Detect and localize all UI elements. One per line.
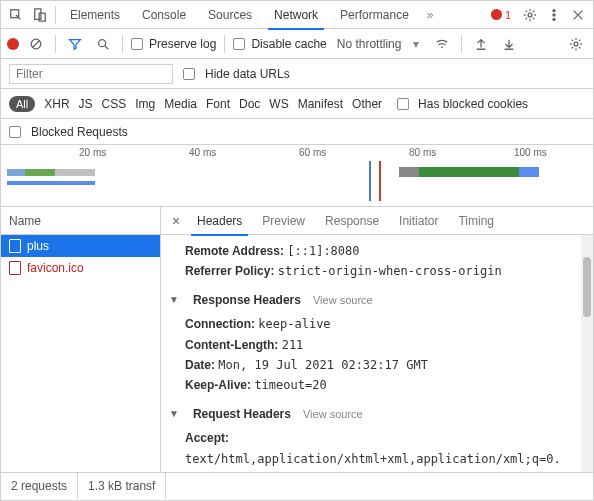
- blocked-cookies-checkbox[interactable]: [397, 98, 409, 110]
- type-other[interactable]: Other: [352, 97, 382, 111]
- marker-line: [379, 161, 381, 201]
- disable-cache-checkbox[interactable]: [233, 38, 245, 50]
- type-font[interactable]: Font: [206, 97, 230, 111]
- timeline-bar: [7, 169, 25, 176]
- divider: [122, 35, 123, 53]
- details-pane: × Headers Preview Response Initiator Tim…: [161, 207, 593, 472]
- tab-console[interactable]: Console: [132, 1, 196, 29]
- hdr-connection: Connection: keep-alive: [185, 314, 579, 334]
- request-headers-section[interactable]: ▼Request HeadersView source: [169, 404, 579, 424]
- status-transferred: 1.3 kB transf: [78, 473, 166, 498]
- file-icon: [9, 239, 21, 253]
- timeline-overview[interactable]: 20 ms 40 ms 60 ms 80 ms 100 ms: [1, 145, 593, 207]
- close-details-icon[interactable]: ×: [165, 213, 187, 229]
- device-toggle-icon[interactable]: [29, 4, 51, 26]
- svg-point-4: [553, 9, 555, 11]
- tab-sources[interactable]: Sources: [198, 1, 262, 29]
- preserve-log-checkbox[interactable]: [131, 38, 143, 50]
- timeline-bar: [7, 181, 95, 185]
- referrer-policy: Referrer Policy: strict-origin-when-cros…: [185, 261, 579, 281]
- type-img[interactable]: Img: [135, 97, 155, 111]
- more-tabs-icon[interactable]: »: [421, 8, 440, 22]
- throttling-chevron-icon[interactable]: ▾: [407, 37, 425, 51]
- type-media[interactable]: Media: [164, 97, 197, 111]
- clear-icon[interactable]: [25, 33, 47, 55]
- hide-data-urls-checkbox[interactable]: [183, 68, 195, 80]
- request-name: favicon.ico: [27, 261, 84, 275]
- network-toolbar: Preserve log Disable cache No throttling…: [1, 29, 593, 59]
- upload-icon[interactable]: [470, 33, 492, 55]
- split-pane: Name plus favicon.ico × Headers Preview …: [1, 207, 593, 472]
- blocked-requests-label: Blocked Requests: [31, 125, 128, 139]
- kebab-menu-icon[interactable]: [543, 4, 565, 26]
- tab-elements[interactable]: Elements: [60, 1, 130, 29]
- hdr-date: Date: Mon, 19 Jul 2021 02:32:17 GMT: [185, 355, 579, 375]
- details-tabs: × Headers Preview Response Initiator Tim…: [161, 207, 593, 235]
- wifi-icon[interactable]: [431, 33, 453, 55]
- svg-point-5: [553, 13, 555, 15]
- divider: [461, 35, 462, 53]
- filter-icon[interactable]: [64, 33, 86, 55]
- blocked-requests-row: Blocked Requests: [1, 119, 593, 145]
- filter-row: Hide data URLs: [1, 59, 593, 89]
- tab-timing[interactable]: Timing: [448, 207, 504, 235]
- type-all[interactable]: All: [9, 96, 35, 112]
- close-icon[interactable]: [567, 4, 589, 26]
- tab-network[interactable]: Network: [264, 1, 328, 29]
- settings-gear-icon[interactable]: [519, 4, 541, 26]
- inspect-icon[interactable]: [5, 4, 27, 26]
- tick-4: 80 ms: [409, 147, 436, 158]
- error-badge[interactable]: 1: [491, 9, 511, 21]
- headers-content: Remote Address: [::1]:8080 Referrer Poli…: [161, 235, 593, 472]
- type-doc[interactable]: Doc: [239, 97, 260, 111]
- hdr-content-length: Content-Length: 211: [185, 335, 579, 355]
- blocked-cookies-label: Has blocked cookies: [418, 97, 528, 111]
- file-icon: [9, 261, 21, 275]
- svg-point-9: [574, 42, 578, 46]
- tick-3: 60 ms: [299, 147, 326, 158]
- tick-1: 20 ms: [79, 147, 106, 158]
- caret-down-icon: ▼: [169, 291, 179, 308]
- timeline-bar: [55, 169, 95, 176]
- tab-initiator[interactable]: Initiator: [389, 207, 448, 235]
- svg-point-8: [99, 39, 106, 46]
- timeline-bar: [25, 169, 55, 176]
- filter-input[interactable]: [9, 64, 173, 84]
- response-headers-section[interactable]: ▼Response HeadersView source: [169, 290, 579, 310]
- error-dot-icon: [491, 9, 502, 20]
- view-source-link[interactable]: View source: [313, 291, 373, 310]
- download-icon[interactable]: [498, 33, 520, 55]
- blocked-requests-checkbox[interactable]: [9, 126, 21, 138]
- timeline-bar: [519, 167, 539, 177]
- record-icon[interactable]: [7, 38, 19, 50]
- svg-point-6: [553, 18, 555, 20]
- request-row-favicon[interactable]: favicon.ico: [1, 257, 160, 279]
- hide-data-urls-label: Hide data URLs: [205, 67, 290, 81]
- view-source-link[interactable]: View source: [303, 405, 363, 424]
- tick-5: 100 ms: [514, 147, 547, 158]
- tab-response[interactable]: Response: [315, 207, 389, 235]
- hdr-keep-alive: Keep-Alive: timeout=20: [185, 375, 579, 395]
- divider: [55, 35, 56, 53]
- scrollbar-thumb[interactable]: [583, 257, 591, 317]
- type-ws[interactable]: WS: [269, 97, 288, 111]
- throttling-select[interactable]: No throttling: [337, 37, 402, 51]
- caret-down-icon: ▼: [169, 405, 179, 422]
- name-column-header[interactable]: Name: [1, 207, 160, 235]
- tab-headers[interactable]: Headers: [187, 207, 252, 235]
- search-icon[interactable]: [92, 33, 114, 55]
- tab-performance[interactable]: Performance: [330, 1, 419, 29]
- devtools-tabbar: Elements Console Sources Network Perform…: [1, 1, 593, 29]
- type-manifest[interactable]: Manifest: [298, 97, 343, 111]
- request-row-plus[interactable]: plus: [1, 235, 160, 257]
- disable-cache-label: Disable cache: [251, 37, 326, 51]
- type-css[interactable]: CSS: [102, 97, 127, 111]
- tab-preview[interactable]: Preview: [252, 207, 315, 235]
- type-xhr[interactable]: XHR: [44, 97, 69, 111]
- type-filter-row: All XHR JS CSS Img Media Font Doc WS Man…: [1, 89, 593, 119]
- tick-2: 40 ms: [189, 147, 216, 158]
- hdr-accept-cont: 9,image/avif,image/webp,image/apng,*/*;q…: [175, 469, 579, 472]
- panel-settings-gear-icon[interactable]: [565, 33, 587, 55]
- preserve-log-label: Preserve log: [149, 37, 216, 51]
- type-js[interactable]: JS: [79, 97, 93, 111]
